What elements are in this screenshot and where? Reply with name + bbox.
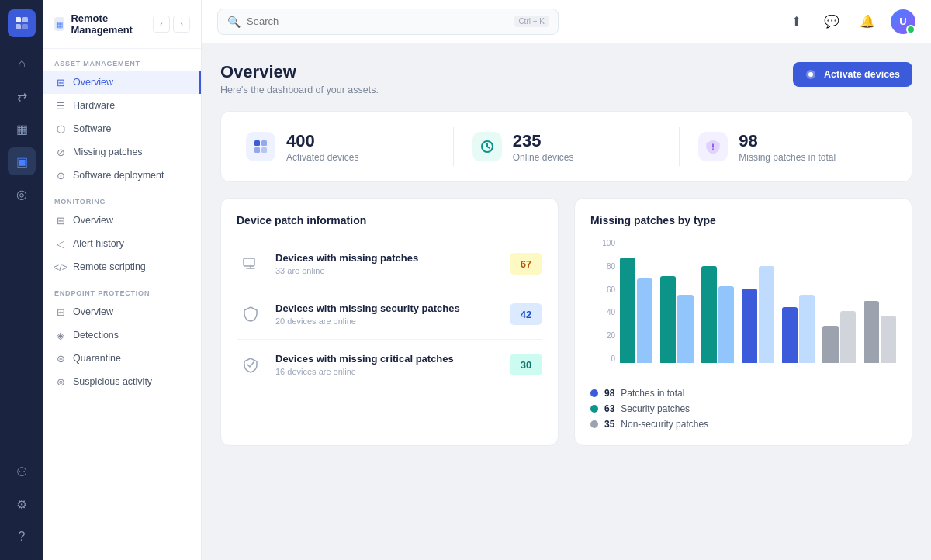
nav-back-button[interactable]: ‹ [153, 16, 170, 33]
bar-chart [620, 239, 896, 363]
alert-history-icon: ◁ [54, 237, 67, 250]
legend-security: 63 Security patches [590, 403, 896, 414]
y-label-60: 60 [607, 285, 615, 294]
y-label-100: 100 [602, 239, 615, 247]
svg-rect-6 [254, 140, 260, 146]
patch-critical-icon [237, 351, 265, 379]
nav-arrows: ‹ › [153, 16, 190, 33]
activate-devices-button[interactable]: Activate devices [793, 62, 912, 87]
legend-dot-total [590, 389, 598, 397]
nav-forward-button[interactable]: › [173, 16, 190, 33]
svg-rect-2 [16, 24, 21, 29]
rail-settings-icon[interactable]: ⚙ [8, 490, 36, 518]
activated-icon [246, 132, 275, 161]
notifications-icon[interactable]: 🔔 [855, 9, 880, 34]
sidebar-item-suspicious-activity[interactable]: ⊚ Suspicious activity [43, 370, 201, 393]
patch-missing-info: Devices with missing patches 33 are onli… [275, 252, 499, 276]
ep-overview-icon: ⊞ [54, 306, 67, 318]
bar-secondary-3 [759, 266, 774, 363]
sidebar-item-detections[interactable]: ◈ Detections [43, 323, 201, 347]
search-icon: 🔍 [227, 16, 241, 28]
sidebar-item-label: Overview [73, 306, 113, 317]
user-avatar[interactable]: U [891, 9, 915, 34]
patch-missing-title: Devices with missing patches [275, 252, 499, 265]
sidebar-app-title: Remote Management [71, 12, 147, 36]
sidebar-item-mon-overview[interactable]: ⊞ Overview [43, 209, 201, 232]
bar-primary-3 [742, 289, 757, 363]
sidebar-item-label: Alert history [73, 238, 124, 249]
svg-rect-1 [22, 17, 28, 22]
patch-security-badge: 42 [510, 303, 542, 325]
sidebar-item-label: Suspicious activity [73, 376, 152, 387]
sidebar-item-ep-overview[interactable]: ⊞ Overview [43, 300, 201, 323]
patch-missing-icon [237, 250, 265, 278]
device-patch-title: Device patch information [237, 214, 542, 226]
stat-activated: 400 Activated devices [246, 131, 434, 163]
sidebar-item-software-deployment[interactable]: ⊙ Software deployment [43, 164, 201, 187]
patch-item-missing: Devices with missing patches 33 are onli… [237, 239, 542, 289]
page-title: Overview [220, 62, 379, 82]
rail-monitor-icon[interactable]: ▣ [8, 147, 36, 175]
rail-home-icon[interactable]: ⌂ [8, 50, 36, 78]
sidebar-item-remote-scripting[interactable]: </> Remote scripting [43, 255, 201, 278]
export-icon[interactable]: ⬆ [784, 9, 808, 34]
rail-transfer-icon[interactable]: ⇄ [8, 82, 36, 110]
deployment-icon: ⊙ [54, 169, 67, 181]
rail-chart-icon[interactable]: ▦ [8, 115, 36, 143]
patch-security-sub: 20 devices are online [275, 316, 499, 326]
sidebar-item-overview[interactable]: ⊞ Overview [43, 71, 201, 94]
search-bar[interactable]: 🔍 Ctrl + K [217, 9, 559, 35]
legend-dot-nonsecurity [590, 420, 598, 428]
sidebar-item-software[interactable]: ⬡ Software [43, 117, 201, 140]
missing-icon [698, 132, 728, 161]
activated-value: 400 [286, 131, 358, 151]
sidebar-item-quarantine[interactable]: ⊛ Quarantine [43, 347, 201, 370]
app-logo[interactable] [8, 9, 36, 37]
bar-group-4 [782, 295, 815, 363]
content-area: Overview Here's the dashboard of your as… [202, 43, 931, 560]
sidebar-header-icon: ▦ [54, 17, 64, 31]
svg-rect-7 [261, 140, 267, 146]
bar-secondary-2 [718, 286, 734, 363]
scripting-icon: </> [54, 261, 67, 273]
sidebar-item-label: Overview [73, 215, 113, 226]
patch-security-icon [237, 300, 265, 328]
rail-help-icon[interactable]: ? [8, 523, 36, 551]
svg-rect-0 [16, 17, 21, 22]
svg-rect-3 [22, 24, 28, 29]
y-label-80: 80 [607, 262, 615, 271]
rail-users-icon[interactable]: ⚇ [8, 458, 36, 486]
search-input[interactable] [247, 16, 508, 27]
sidebar-item-hardware[interactable]: ☰ Hardware [43, 94, 201, 117]
patch-missing-sub: 33 are online [275, 266, 499, 275]
online-icon [472, 132, 502, 161]
bar-group-3 [742, 266, 774, 363]
overview-icon: ⊞ [54, 76, 67, 88]
sidebar-item-missing-patches[interactable]: ⊘ Missing patches [43, 140, 201, 164]
missing-value: 98 [739, 131, 836, 151]
chart-legend: 98 Patches in total 63 Security patches … [590, 388, 896, 430]
bar-primary-6 [864, 301, 879, 363]
detections-icon: ◈ [54, 329, 67, 341]
sidebar-item-label: Quarantine [73, 353, 121, 364]
bar-primary-4 [782, 307, 798, 363]
topbar-actions: ⬆ 💬 🔔 U [784, 9, 915, 34]
patch-security-title: Devices with missing security patches [275, 302, 499, 316]
patch-critical-title: Devices with missing critical patches [275, 353, 499, 366]
patch-item-critical: Devices with missing critical patches 16… [237, 340, 542, 389]
bar-group-5 [822, 311, 855, 363]
bar-primary-5 [822, 326, 838, 363]
rail-shield-icon[interactable]: ◎ [8, 180, 36, 208]
chat-icon[interactable]: 💬 [819, 9, 844, 34]
bottom-grid: Device patch information Devices with mi… [220, 198, 912, 446]
bar-secondary-0 [637, 278, 652, 363]
bar-primary-1 [660, 276, 676, 363]
sidebar-header: ▦ Remote Management ‹ › [43, 0, 201, 49]
sidebar-item-label: Software [73, 123, 111, 134]
patch-critical-sub: 16 devices are online [275, 367, 499, 376]
asset-management-label: ASSET MANAGEMENT [43, 49, 201, 71]
sidebar-item-alert-history[interactable]: ◁ Alert history [43, 232, 201, 255]
y-label-20: 20 [607, 331, 615, 340]
page-subtitle: Here's the dashboard of your assets. [220, 85, 379, 95]
software-icon: ⬡ [54, 123, 67, 135]
